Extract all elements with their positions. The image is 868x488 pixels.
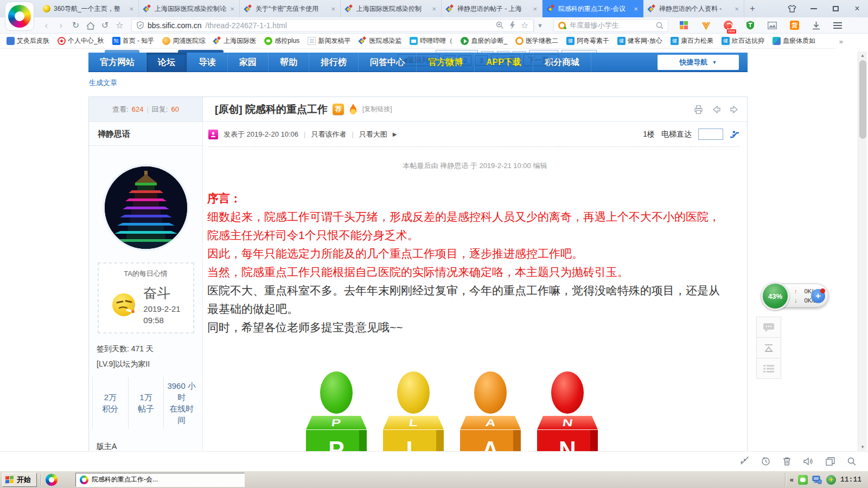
print-icon[interactable]: [693, 105, 704, 114]
download-icon[interactable]: [812, 21, 820, 30]
reply-comment-button[interactable]: [756, 317, 781, 338]
stat-cell[interactable]: 3960 小时 在线时间: [163, 377, 199, 429]
bookmark-item[interactable]: 上海国际医: [213, 36, 256, 46]
apps-grid-icon[interactable]: [679, 21, 688, 30]
minimize-button[interactable]: [803, 0, 825, 17]
bookmark-item[interactable]: 医学继教二: [515, 36, 558, 46]
skin-icon[interactable]: [781, 0, 803, 17]
add-task-button[interactable]: +: [811, 289, 825, 303]
copy-link-button[interactable]: [复制链接]: [362, 105, 392, 114]
bookmark-item[interactable]: 周浦医院综: [162, 36, 205, 46]
author-username[interactable]: 禅静思语: [89, 122, 202, 146]
tab-close-icon[interactable]: ×: [331, 5, 335, 13]
tab-close-icon[interactable]: ×: [735, 5, 739, 13]
bookmark-item[interactable]: 血瘀体质如: [773, 36, 815, 46]
multi-window-icon[interactable]: [826, 457, 835, 466]
browser-tab[interactable]: 上海国际医院感染控制 ×: [341, 0, 442, 17]
browser-logo[interactable]: [5, 2, 34, 31]
author-avatar[interactable]: [105, 166, 187, 249]
next-thread-icon[interactable]: [729, 105, 739, 114]
elevator-input[interactable]: [698, 129, 723, 140]
browser-tab[interactable]: 禅静思语的帖子 - 上海 ×: [442, 0, 542, 17]
start-button[interactable]: 开始: [2, 473, 37, 487]
bookmark-item[interactable]: 欣百达抗抑: [722, 36, 764, 46]
only-author-link[interactable]: 只看该作者: [311, 130, 346, 139]
download-speed-widget[interactable]: 43% ↑0K/s ↓0K/s +: [762, 284, 828, 307]
wechat-tray-icon[interactable]: [798, 475, 808, 485]
taskbar-window-button[interactable]: 院感科的重点工作-会...: [75, 473, 245, 487]
extension-new-badge-icon[interactable]: [724, 21, 733, 30]
tab-close-icon[interactable]: ×: [432, 5, 436, 13]
find-on-page-icon[interactable]: [847, 457, 856, 466]
menu-icon[interactable]: [833, 22, 842, 29]
history-clock-icon[interactable]: [761, 457, 770, 466]
scrollbar-down-arrow[interactable]: ▼: [858, 445, 867, 450]
thread-list-button[interactable]: [756, 358, 781, 379]
bookmark-item[interactable]: 健客网-放心: [617, 36, 662, 46]
security-t-shield-icon[interactable]: [746, 21, 755, 30]
bookmarks-more-chevron-icon[interactable]: »: [839, 37, 843, 46]
screenshot-icon[interactable]: [768, 22, 777, 29]
browser-tab[interactable]: 关于“卡密”充值卡使用 ×: [240, 0, 341, 17]
refresh-icon[interactable]: ↻: [68, 20, 83, 30]
mute-speaker-icon[interactable]: [803, 457, 813, 466]
browser-tab[interactable]: 院感科的重点工作-会议 ×: [542, 0, 643, 17]
elevator-jump-icon[interactable]: [730, 130, 739, 139]
undo-icon[interactable]: ↺: [98, 20, 112, 30]
generate-article-link[interactable]: 生成文章: [89, 78, 117, 88]
antivirus-360-tray-icon[interactable]: [826, 475, 836, 485]
scrollbar-up-arrow[interactable]: ▲: [858, 53, 867, 58]
bookmark-item[interactable]: 感控plus: [264, 36, 299, 46]
browser-tab[interactable]: 上海国际医院感染控制论 ×: [139, 0, 240, 17]
search-field[interactable]: 年度最惨小学生: [553, 19, 668, 32]
shopping-huo-icon[interactable]: 货: [790, 21, 799, 30]
search-input[interactable]: 年度最惨小学生: [570, 21, 652, 30]
maximize-button[interactable]: [825, 0, 846, 17]
back-to-top-button[interactable]: [756, 337, 781, 358]
back-icon[interactable]: ‹: [39, 21, 54, 30]
bookmark-item[interactable]: 阿奇霉素干: [566, 36, 609, 46]
tab-close-icon[interactable]: ×: [129, 5, 133, 13]
plan-image[interactable]: P P L L A: [203, 371, 747, 451]
search-icon[interactable]: [656, 22, 663, 29]
home-icon[interactable]: [83, 21, 98, 30]
close-button[interactable]: ×: [846, 0, 868, 17]
tab-close-icon[interactable]: ×: [634, 5, 638, 13]
tab-close-icon[interactable]: ×: [230, 5, 234, 13]
stat-cell[interactable]: 1万 帖子: [128, 377, 164, 429]
bookmark-item[interactable]: 个人中心_秋: [58, 36, 104, 46]
browser-tab[interactable]: 360导航_一个主页，整 ×: [38, 0, 139, 17]
favorite-star-icon[interactable]: ☆: [112, 20, 127, 30]
url-dropdown-caret[interactable]: ▼: [534, 19, 546, 32]
page-scrollbar[interactable]: ▲ ▼: [858, 52, 867, 451]
progress-circle[interactable]: 43%: [761, 282, 789, 310]
scrollbar-thumb[interactable]: [859, 60, 866, 139]
bookmark-item[interactable]: 首页 - 知乎: [112, 36, 155, 46]
tab-close-icon[interactable]: ×: [533, 5, 537, 13]
bookmark-item[interactable]: 艾灸后皮肤: [7, 36, 49, 46]
trash-icon[interactable]: [783, 457, 791, 466]
clock[interactable]: 11:11: [840, 476, 861, 484]
reader-lightning-icon[interactable]: [509, 21, 515, 29]
tray-expand-chevron[interactable]: «: [790, 476, 794, 484]
url-field[interactable]: bbs.sific.com.cn/thread-224627-1-1.html …: [131, 19, 534, 32]
bookmark-star-icon[interactable]: ☆: [521, 20, 528, 30]
bookmark-item[interactable]: 血瘀的诊断_: [461, 36, 507, 46]
bookmark-item[interactable]: 医院感染监: [359, 36, 401, 46]
bookmark-item[interactable]: 哔哩哔哩（: [410, 36, 452, 46]
bookmark-item[interactable]: 康百力松果: [671, 36, 713, 46]
quick-nav-button[interactable]: 快捷导航 ▼: [658, 55, 739, 70]
new-tab-button[interactable]: +: [744, 0, 761, 17]
forum-nav-item[interactable]: 官方网站: [88, 53, 146, 72]
wifi-accelerator-icon[interactable]: [701, 21, 711, 30]
prev-thread-icon[interactable]: [711, 105, 722, 114]
network-tray-icon[interactable]: [812, 475, 822, 485]
forward-icon[interactable]: ›: [54, 21, 68, 30]
stat-cell[interactable]: 2万 积分: [92, 377, 128, 429]
bookmark-item[interactable]: 新闻发稿平: [308, 36, 350, 46]
quick-launch-browser-icon[interactable]: [46, 474, 58, 486]
browser-tab[interactable]: 禅静思语的个人资料 - ×: [643, 0, 744, 17]
zoom-icon[interactable]: [496, 21, 504, 29]
boost-rocket-icon[interactable]: [739, 457, 749, 466]
only-images-link[interactable]: 只看大图: [359, 130, 387, 139]
